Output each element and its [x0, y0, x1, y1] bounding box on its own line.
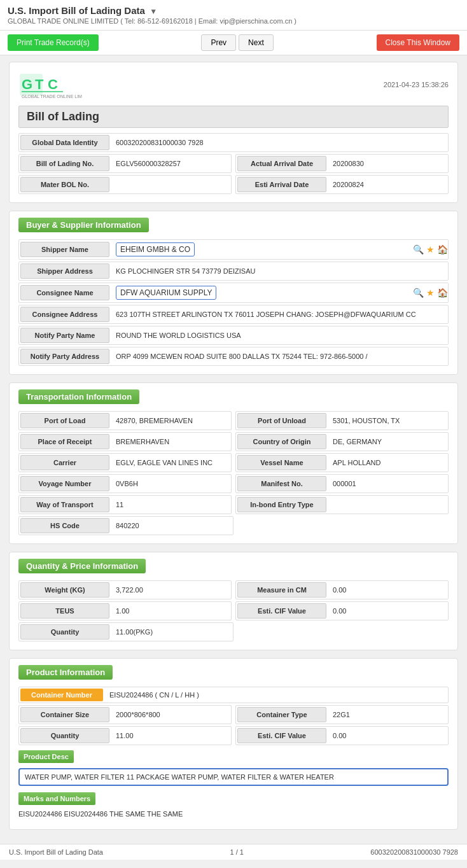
consignee-search-icon[interactable]: 🔍 [413, 288, 424, 298]
product-esti-cif-label: Esti. CIF Value [237, 728, 326, 743]
prev-button[interactable]: Prev [201, 34, 236, 51]
port-row: Port of Load 42870, BREMERHAVEN Port of … [18, 411, 449, 430]
page-title: U.S. Import Bill of Lading Data [8, 5, 145, 16]
esti-arrival-value: 20200824 [328, 178, 448, 192]
global-data-label: Global Data Identity [20, 135, 109, 150]
vessel-name-value: APL HOLLAND [328, 456, 448, 470]
hs-code-row: HS Code 840220 [18, 516, 234, 535]
close-button[interactable]: Close This Window [377, 34, 459, 51]
teus-label: TEUS [20, 603, 109, 619]
container-number-row: Container Number EISU2024486 ( CN / L / … [18, 687, 449, 703]
hs-code-label: HS Code [20, 518, 109, 533]
weight-measure-row: Weight (KG) 3,722.00 Measure in CM 0.00 [18, 580, 449, 599]
measure-value: 0.00 [328, 583, 448, 597]
way-transport-label: Way of Transport [20, 497, 109, 512]
place-receipt-label: Place of Receipt [20, 434, 109, 449]
nav-buttons: Prev Next [201, 34, 273, 51]
shipper-search-icon[interactable]: 🔍 [413, 244, 424, 255]
quantity-value: 11.00(PKG) [111, 625, 233, 639]
consignee-name-row: Consignee Name DFW AQUARIUM SUPPLY 🔍 ★ 🏠 [18, 283, 449, 303]
consignee-name-label: Consignee Name [20, 285, 109, 300]
notify-party-address-value: ORP 4099 MCEWEN ROAD SUITE 800 DALLAS TX… [111, 349, 448, 363]
logo-card: G T C GLOBAL TRADE ONLINE LIMITED 2021-0… [9, 62, 458, 203]
next-button[interactable]: Next [239, 34, 274, 51]
product-esti-cif-value: 0.00 [328, 729, 448, 743]
carrier-label: Carrier [20, 455, 109, 470]
notify-party-address-label: Notify Party Address [20, 349, 109, 364]
mater-bol-value [111, 181, 231, 188]
esti-arrival-label: Esti Arrival Date [237, 177, 326, 192]
teus-cif-row: TEUS 1.00 Esti. CIF Value 0.00 [18, 601, 449, 620]
manifest-value: 000001 [328, 477, 448, 491]
bol-no-value: EGLV560000328257 [111, 157, 231, 171]
container-size-type-row: Container Size 2000*806*800 Container Ty… [18, 705, 449, 724]
weight-label: Weight (KG) [20, 582, 109, 598]
shipper-address-label: Shipper Address [20, 263, 109, 279]
mater-bol-label: Mater BOL No. [20, 177, 109, 192]
product-desc-value: WATER PUMP, WATER FILTER 11 PACKAGE WATE… [18, 768, 449, 786]
shipper-address-value: KG PLOCHINGER STR 54 73779 DEIZISAU [111, 264, 448, 278]
hs-code-value: 840220 [111, 519, 233, 533]
buyer-supplier-card: Buyer & Supplier Information Shipper Nam… [9, 211, 458, 375]
bol-no-label: Bill of Lading No. [20, 156, 109, 171]
weight-value: 3,722.00 [111, 583, 231, 597]
product-info-card: Product Information Container Number EIS… [9, 658, 458, 830]
quantity-price-header: Quantity & Price Information [18, 559, 146, 573]
container-size-value: 2000*806*800 [111, 708, 231, 722]
product-quantity-value: 11.00 [111, 729, 231, 743]
inbond-value [328, 501, 448, 508]
notify-party-name-label: Notify Party Name [20, 328, 109, 343]
footer-right: 600320200831000030 7928 [370, 848, 458, 856]
marks-value: EISU2024486 EISU2024486 THE SAME THE SAM… [18, 808, 449, 820]
bol-no-row: Bill of Lading No. EGLV560000328257 Actu… [18, 154, 449, 173]
marks-label: Marks and Numbers [18, 792, 95, 805]
country-origin-label: Country of Origin [237, 434, 326, 449]
measure-label: Measure in CM [237, 582, 326, 598]
quantity-row: Quantity 11.00(PKG) [18, 622, 234, 641]
voyage-value: 0VB6H [111, 477, 231, 491]
consignee-action-icons: 🔍 ★ 🏠 [413, 288, 448, 298]
transportation-card: Transportation Information Port of Load … [9, 382, 458, 544]
timestamp: 2021-04-23 15:38:26 [384, 81, 449, 88]
transport-inbond-row: Way of Transport 11 In-bond Entry Type [18, 495, 449, 514]
svg-text:C: C [48, 76, 58, 92]
global-data-value: 600320200831000030 7928 [111, 136, 448, 150]
print-button[interactable]: Print Trade Record(s) [8, 34, 99, 51]
port-unload-label: Port of Unload [237, 413, 326, 428]
mater-bol-row: Mater BOL No. Esti Arrival Date 20200824 [18, 175, 449, 194]
quantity-label: Quantity [20, 624, 109, 640]
consignee-home-icon[interactable]: 🏠 [437, 288, 448, 298]
global-data-row: Global Data Identity 600320200831000030 … [18, 133, 449, 152]
dropdown-arrow[interactable]: ▼ [150, 7, 157, 16]
shipper-name-value: EHEIM GMBH & CO [116, 242, 195, 256]
svg-text:T: T [35, 76, 44, 92]
shipper-name-row: Shipper Name EHEIM GMBH & CO 🔍 ★ 🏠 [18, 239, 449, 260]
inbond-label: In-bond Entry Type [237, 497, 326, 512]
container-number-label: Container Number [20, 689, 103, 701]
quantity-price-card: Quantity & Price Information Weight (KG)… [9, 552, 458, 650]
notify-party-address-row: Notify Party Address ORP 4099 MCEWEN ROA… [18, 347, 449, 366]
transportation-header: Transportation Information [18, 389, 139, 404]
consignee-address-label: Consignee Address [20, 307, 109, 322]
port-load-value: 42870, BREMERHAVEN [111, 414, 231, 428]
consignee-name-value: DFW AQUARIUM SUPPLY [116, 286, 216, 300]
product-quantity-cif-row: Quantity 11.00 Esti. CIF Value 0.00 [18, 726, 449, 745]
shipper-home-icon[interactable]: 🏠 [437, 244, 448, 255]
receipt-origin-row: Place of Receipt BREMERHAVEN Country of … [18, 432, 449, 451]
shipper-action-icons: 🔍 ★ 🏠 [413, 244, 448, 255]
footer-center: 1 / 1 [230, 848, 243, 856]
container-number-value: EISU2024486 ( CN / L / HH ) [104, 688, 448, 702]
svg-text:GLOBAL TRADE ONLINE LIMITED: GLOBAL TRADE ONLINE LIMITED [22, 94, 82, 99]
shipper-star-icon[interactable]: ★ [426, 244, 435, 255]
esti-cif-label: Esti. CIF Value [237, 603, 326, 619]
product-info-header: Product Information [18, 665, 113, 680]
notify-party-name-row: Notify Party Name ROUND THE WORLD LOGIST… [18, 326, 449, 345]
marks-section: Marks and Numbers EISU2024486 EISU202448… [18, 791, 449, 820]
vessel-name-label: Vessel Name [237, 455, 326, 470]
product-desc-section: Product Desc WATER PUMP, WATER FILTER 11… [18, 749, 449, 786]
bol-title: Bill of Lading [27, 110, 99, 123]
footer-left: U.S. Import Bill of Lading Data [9, 848, 103, 856]
consignee-star-icon[interactable]: ★ [426, 288, 435, 298]
top-bar: U.S. Import Bill of Lading Data ▼ GLOBAL… [0, 0, 467, 31]
container-type-value: 22G1 [328, 708, 448, 722]
